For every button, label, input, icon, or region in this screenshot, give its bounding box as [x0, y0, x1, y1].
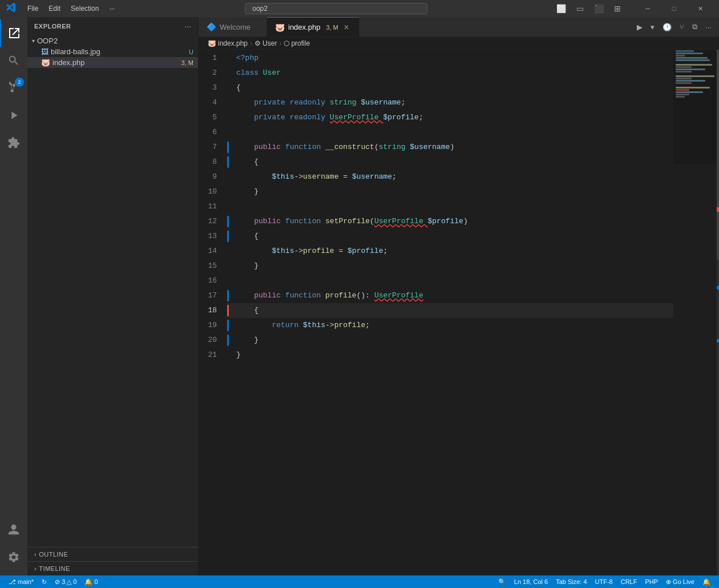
token: { [236, 305, 258, 317]
status-bar: ⎇ main* ↻ ⊘ 3 △ 0 🔔 0 🔍 Ln 18, Col 6 Tab… [0, 575, 719, 588]
status-notifications[interactable]: 🔔 0 [80, 578, 102, 586]
code-line-6[interactable] [227, 125, 673, 140]
history-icon[interactable]: 🕐 [660, 22, 674, 33]
code-content[interactable]: <?phpclass User{ private readonly string… [227, 50, 673, 575]
status-bell[interactable]: 🔔 [698, 578, 714, 586]
file-billard-balls[interactable]: 🖼 billard-balls.jpg U [27, 46, 198, 57]
code-editor[interactable]: 123456789101112131415161718192021 <?phpc… [199, 50, 719, 575]
code-line-15[interactable]: } [227, 259, 673, 273]
status-sync[interactable]: ↻ [38, 578, 51, 586]
customize-icon[interactable]: ⊞ [611, 3, 624, 14]
error-count: 3 [62, 578, 65, 585]
activity-search[interactable] [0, 47, 27, 74]
split-icon[interactable]: ⬛ [591, 3, 607, 14]
timeline-section: › TIMELINE [27, 561, 198, 575]
sidebar: EXPLORER ··· ▾ OOP2 🖼 billard-balls.jpg … [27, 17, 199, 575]
activity-run[interactable] [0, 102, 27, 129]
code-line-8[interactable]: { [227, 155, 673, 170]
token: function [285, 290, 325, 302]
code-line-16[interactable] [227, 273, 673, 288]
sidebar-more-icon[interactable]: ··· [184, 22, 191, 31]
line-number-4: 4 [199, 95, 221, 110]
token: $this [272, 245, 294, 257]
status-lineending[interactable]: CRLF [617, 578, 641, 585]
token: return [272, 320, 303, 332]
search-bar[interactable] [124, 3, 548, 14]
token: = [334, 245, 348, 257]
file-name-index: index.php [52, 58, 84, 67]
panel-icon[interactable]: ▭ [573, 3, 587, 14]
activity-account[interactable] [0, 516, 27, 543]
code-line-9[interactable]: $this->username = $username; [227, 170, 673, 184]
timeline-label: TIMELINE [39, 565, 70, 572]
line-number-13: 13 [199, 229, 221, 244]
folder-name: OOP2 [37, 37, 58, 45]
layout-icon[interactable]: ⬜ [553, 3, 569, 14]
split-editor-icon[interactable]: ⧉ [689, 21, 700, 33]
code-line-13[interactable]: { [227, 229, 673, 244]
gutter-blue [227, 320, 229, 331]
breadcrumb-method[interactable]: ⬡ profile [284, 39, 310, 47]
status-position[interactable]: Ln 18, Col 6 [510, 578, 552, 585]
token: = [338, 171, 352, 183]
file-index-php[interactable]: 🐷 index.php 3, M [27, 57, 198, 68]
code-line-4[interactable]: private readonly string $username; [227, 95, 673, 110]
status-encoding[interactable]: UTF-8 [591, 578, 617, 585]
activity-settings[interactable] [0, 543, 27, 571]
line-number-5: 5 [199, 110, 221, 125]
activity-extensions[interactable] [0, 129, 27, 156]
menu-selection[interactable]: Selection [66, 3, 103, 14]
code-line-11[interactable] [227, 199, 673, 214]
menu-more[interactable]: ··· [104, 3, 119, 14]
status-golive[interactable]: ⊕ Go Live [662, 578, 698, 586]
status-language[interactable]: PHP [641, 578, 662, 585]
breadcrumb-class[interactable]: ⚙ User [255, 39, 277, 47]
breadcrumb-file[interactable]: 🐷 index.php [208, 39, 248, 47]
activity-source-control[interactable]: 2 [0, 74, 27, 102]
more-actions-icon[interactable]: ··· [702, 22, 714, 33]
close-button[interactable]: ✕ [687, 0, 713, 17]
token: ; [401, 97, 406, 109]
token [236, 245, 272, 257]
code-line-17[interactable]: public function profile(): UserProfile [227, 288, 673, 303]
breadcrumb-method-icon: ⬡ [284, 39, 289, 47]
timeline-header[interactable]: › TIMELINE [27, 562, 198, 575]
php-tab-close[interactable]: ✕ [342, 23, 351, 32]
status-branch[interactable]: ⎇ main* [5, 578, 38, 586]
tab-welcome[interactable]: 🔷 Welcome [199, 17, 267, 37]
run-dropdown[interactable]: ▾ [648, 22, 657, 33]
code-line-18[interactable]: { [227, 303, 673, 318]
code-line-12[interactable]: public function setProfile(UserProfile $… [227, 214, 673, 229]
code-line-3[interactable]: { [227, 80, 673, 95]
branch-icon[interactable]: ⑂ [677, 22, 687, 33]
code-line-7[interactable]: public function __construct(string $user… [227, 140, 673, 155]
status-errors[interactable]: ⊘ 3 △ 0 [51, 578, 80, 586]
maximize-button[interactable]: □ [661, 0, 687, 17]
php-tab-label: index.php [288, 23, 320, 31]
line-number-21: 21 [199, 348, 221, 363]
code-line-14[interactable]: $this->profile = $profile; [227, 244, 673, 259]
code-line-19[interactable]: return $this->profile; [227, 318, 673, 333]
minimize-button[interactable]: ─ [635, 0, 661, 17]
outline-label: OUTLINE [39, 551, 68, 558]
line-number-6: 6 [199, 125, 221, 140]
code-line-2[interactable]: class User [227, 66, 673, 80]
code-line-20[interactable]: } [227, 333, 673, 348]
folder-oop2[interactable]: ▾ OOP2 [27, 35, 198, 46]
status-tabsize[interactable]: Tab Size: 4 [552, 578, 591, 585]
token: $username [361, 97, 401, 109]
code-line-1[interactable]: <?php [227, 51, 673, 66]
activity-explorer[interactable] [0, 19, 27, 47]
menu-bar: File Edit Selection ··· [23, 3, 119, 14]
menu-file[interactable]: File [23, 3, 43, 14]
code-line-10[interactable]: } [227, 184, 673, 199]
code-line-21[interactable]: } [227, 348, 673, 363]
tab-index-php[interactable]: 🐷 index.php 3, M ✕ [267, 17, 360, 37]
status-zoom[interactable]: 🔍 [494, 578, 510, 586]
token: ; [383, 245, 387, 257]
run-button[interactable]: ▶ [634, 22, 645, 33]
code-line-5[interactable]: private readonly UserProfile $profile; [227, 110, 673, 125]
search-input[interactable] [245, 3, 427, 14]
menu-edit[interactable]: Edit [44, 3, 65, 14]
outline-header[interactable]: › OUTLINE [27, 547, 198, 561]
